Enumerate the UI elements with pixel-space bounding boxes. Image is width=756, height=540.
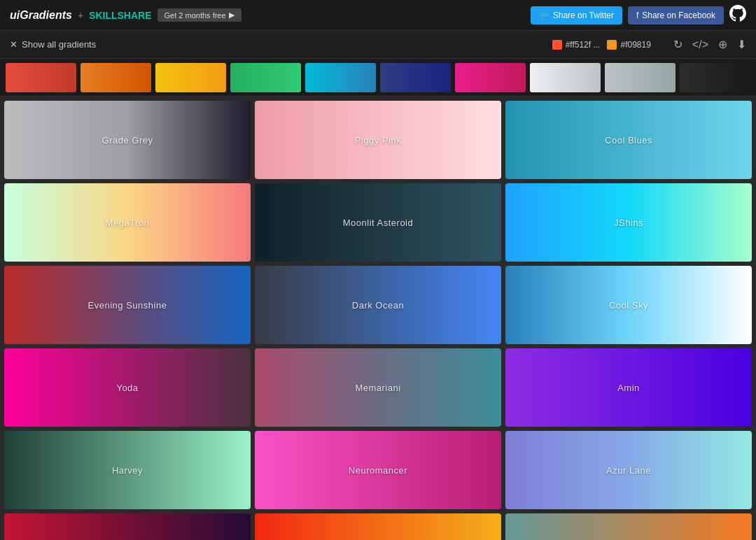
logo-text: uiGradients xyxy=(10,9,72,22)
gradient-card-megatron[interactable]: MegaTron xyxy=(4,183,251,262)
toolbar: ✕ Show all gradients #ff512f ... #f09819… xyxy=(0,31,756,59)
toolbar-icons: ↻ </> ⊕ ⬇ xyxy=(673,38,746,51)
gradient-card-label: Yoda xyxy=(116,383,138,393)
twitter-icon: 🐦 xyxy=(539,10,550,20)
cyan-filter[interactable] xyxy=(305,63,376,92)
gradient-card-grade-grey[interactable]: Grade Grey xyxy=(4,101,251,179)
gradient-card-label: Neuromancer xyxy=(349,465,407,476)
promo-button[interactable]: Get 2 months free ▶ xyxy=(158,8,241,22)
gradient-card-label: Memariani xyxy=(355,383,400,393)
twitter-share-button[interactable]: 🐦 Share on Twitter xyxy=(531,6,622,24)
github-icon xyxy=(729,5,746,22)
gradient-card-label: Piggy Pink xyxy=(355,135,401,145)
color-swatches: #ff512f ... #f09819 xyxy=(552,40,651,50)
facebook-icon: f xyxy=(636,10,638,20)
gradient-card-label: Harvey xyxy=(112,465,143,476)
gradient-card-harvey[interactable]: Harvey xyxy=(4,431,251,509)
swatch-1: #ff512f ... xyxy=(552,40,601,50)
gradient-card-label: Dark Ocean xyxy=(352,300,404,311)
gradient-card-label: Amin xyxy=(617,383,640,393)
gradient-card-witching-hour[interactable]: Witching Hour xyxy=(4,513,251,540)
swatch-2: #f09819 xyxy=(607,40,650,50)
magenta-filter[interactable] xyxy=(455,63,526,92)
gradient-card-flare[interactable]: Flare xyxy=(255,513,501,540)
refresh-button[interactable]: ↻ xyxy=(673,38,682,51)
gradient-card-neuromancer[interactable]: Neuromancer xyxy=(255,431,501,509)
gradient-grid: Grade GreyPiggy PinkCool BluesMegaTronMo… xyxy=(0,97,756,540)
logo-area: uiGradients + SKILLSHARE Get 2 months fr… xyxy=(10,8,531,22)
plus-separator: + xyxy=(78,10,83,21)
gradient-card-label: Azur Lane xyxy=(606,465,651,476)
gradient-card-cool-blues[interactable]: Cool Blues xyxy=(505,101,752,179)
green-filter[interactable] xyxy=(230,63,301,92)
gradient-card-metapolis[interactable]: Metapolis xyxy=(505,513,752,540)
gradient-card-yoda[interactable]: Yoda xyxy=(4,348,251,427)
swatch-dot-2 xyxy=(607,40,617,50)
gradient-card-azur-lane[interactable]: Azur Lane xyxy=(505,431,752,509)
facebook-share-button[interactable]: f Share on Facebook xyxy=(628,6,724,24)
add-button[interactable]: ⊕ xyxy=(718,38,727,51)
promo-arrow-icon: ▶ xyxy=(229,10,234,20)
facebook-btn-label: Share on Facebook xyxy=(642,10,715,20)
blue-filter[interactable] xyxy=(380,63,451,92)
gradient-card-label: MegaTron xyxy=(106,218,150,228)
show-all-gradients[interactable]: ✕ Show all gradients xyxy=(10,39,96,50)
gradient-card-label: Moonlit Asteroid xyxy=(343,218,414,228)
white-filter[interactable] xyxy=(530,63,601,92)
github-button[interactable] xyxy=(729,5,746,26)
gradient-card-label: Cool Blues xyxy=(605,135,652,145)
lightgray-filter[interactable] xyxy=(605,63,676,92)
gradient-card-amin[interactable]: Amin xyxy=(505,348,752,427)
darkgray-filter[interactable] xyxy=(680,63,750,92)
swatch-label-1: #ff512f ... xyxy=(566,40,601,50)
swatch-dot-1 xyxy=(552,40,562,50)
gradient-card-piggy-pink[interactable]: Piggy Pink xyxy=(255,101,501,179)
swatch-label-2: #f09819 xyxy=(620,40,650,50)
gradient-card-memariani[interactable]: Memariani xyxy=(255,348,501,427)
close-icon: ✕ xyxy=(10,39,18,50)
code-button[interactable]: </> xyxy=(692,38,708,51)
orange-filter[interactable] xyxy=(80,63,151,92)
gradient-card-label: Evening Sunshine xyxy=(88,300,167,311)
skillshare-label: SKILLSHARE xyxy=(89,10,151,21)
color-filter-bar xyxy=(0,59,756,97)
gradient-card-dark-ocean[interactable]: Dark Ocean xyxy=(255,266,501,344)
gradient-card-cool-sky[interactable]: Cool Sky xyxy=(505,266,752,344)
header: uiGradients + SKILLSHARE Get 2 months fr… xyxy=(0,0,756,31)
yellow-filter[interactable] xyxy=(155,63,226,92)
red-filter[interactable] xyxy=(6,63,76,92)
download-button[interactable]: ⬇ xyxy=(737,38,746,51)
gradient-card-evening-sunshine[interactable]: Evening Sunshine xyxy=(4,266,251,344)
header-actions: 🐦 Share on Twitter f Share on Facebook xyxy=(531,5,746,26)
gradient-card-jshins[interactable]: JShins xyxy=(505,183,752,262)
twitter-btn-label: Share on Twitter xyxy=(553,10,614,20)
gradient-card-label: Grade Grey xyxy=(102,135,153,145)
gradient-card-label: Cool Sky xyxy=(609,300,648,311)
promo-label: Get 2 months free xyxy=(164,11,226,20)
gradient-card-label: JShins xyxy=(614,218,643,228)
gradient-card-moonlit-asteroid[interactable]: Moonlit Asteroid xyxy=(255,183,501,262)
show-all-label: Show all gradients xyxy=(22,39,96,50)
